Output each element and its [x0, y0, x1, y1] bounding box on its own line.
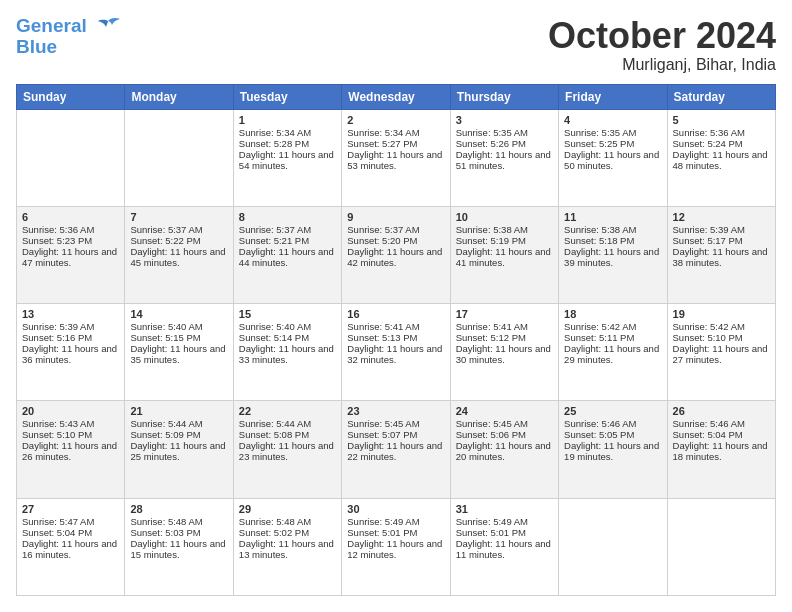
sunrise-text: Sunrise: 5:44 AM [130, 418, 202, 429]
table-row: 18 Sunrise: 5:42 AM Sunset: 5:11 PM Dayl… [559, 304, 667, 401]
sunrise-text: Sunrise: 5:36 AM [22, 224, 94, 235]
daylight-text: Daylight: 11 hours and 27 minutes. [673, 343, 768, 365]
table-row: 22 Sunrise: 5:44 AM Sunset: 5:08 PM Dayl… [233, 401, 341, 498]
sunrise-text: Sunrise: 5:35 AM [564, 127, 636, 138]
table-row: 27 Sunrise: 5:47 AM Sunset: 5:04 PM Dayl… [17, 498, 125, 595]
sunset-text: Sunset: 5:20 PM [347, 235, 417, 246]
table-row: 15 Sunrise: 5:40 AM Sunset: 5:14 PM Dayl… [233, 304, 341, 401]
table-row: 12 Sunrise: 5:39 AM Sunset: 5:17 PM Dayl… [667, 206, 775, 303]
sunset-text: Sunset: 5:25 PM [564, 138, 634, 149]
day-number: 6 [22, 211, 119, 223]
day-number: 1 [239, 114, 336, 126]
sunrise-text: Sunrise: 5:35 AM [456, 127, 528, 138]
table-row: 4 Sunrise: 5:35 AM Sunset: 5:25 PM Dayli… [559, 109, 667, 206]
sunrise-text: Sunrise: 5:49 AM [456, 516, 528, 527]
day-number: 14 [130, 308, 227, 320]
sunset-text: Sunset: 5:08 PM [239, 429, 309, 440]
day-number: 11 [564, 211, 661, 223]
table-row: 21 Sunrise: 5:44 AM Sunset: 5:09 PM Dayl… [125, 401, 233, 498]
sunset-text: Sunset: 5:10 PM [22, 429, 92, 440]
day-number: 3 [456, 114, 553, 126]
sunrise-text: Sunrise: 5:39 AM [22, 321, 94, 332]
day-number: 21 [130, 405, 227, 417]
daylight-text: Daylight: 11 hours and 48 minutes. [673, 149, 768, 171]
logo-blue: Blue [16, 37, 122, 58]
sunrise-text: Sunrise: 5:37 AM [239, 224, 311, 235]
sunrise-text: Sunrise: 5:41 AM [347, 321, 419, 332]
daylight-text: Daylight: 11 hours and 13 minutes. [239, 538, 334, 560]
sunrise-text: Sunrise: 5:47 AM [22, 516, 94, 527]
daylight-text: Daylight: 11 hours and 30 minutes. [456, 343, 551, 365]
sunset-text: Sunset: 5:19 PM [456, 235, 526, 246]
daylight-text: Daylight: 11 hours and 36 minutes. [22, 343, 117, 365]
daylight-text: Daylight: 11 hours and 47 minutes. [22, 246, 117, 268]
col-thursday: Thursday [450, 84, 558, 109]
daylight-text: Daylight: 11 hours and 35 minutes. [130, 343, 225, 365]
sunset-text: Sunset: 5:26 PM [456, 138, 526, 149]
day-number: 20 [22, 405, 119, 417]
table-row: 17 Sunrise: 5:41 AM Sunset: 5:12 PM Dayl… [450, 304, 558, 401]
daylight-text: Daylight: 11 hours and 41 minutes. [456, 246, 551, 268]
sunset-text: Sunset: 5:04 PM [22, 527, 92, 538]
logo-general: General [16, 15, 87, 36]
day-number: 12 [673, 211, 770, 223]
daylight-text: Daylight: 11 hours and 16 minutes. [22, 538, 117, 560]
table-row: 8 Sunrise: 5:37 AM Sunset: 5:21 PM Dayli… [233, 206, 341, 303]
sunset-text: Sunset: 5:11 PM [564, 332, 634, 343]
day-number: 17 [456, 308, 553, 320]
day-number: 23 [347, 405, 444, 417]
logo: General Blue [16, 16, 122, 58]
table-row: 9 Sunrise: 5:37 AM Sunset: 5:20 PM Dayli… [342, 206, 450, 303]
sunset-text: Sunset: 5:28 PM [239, 138, 309, 149]
daylight-text: Daylight: 11 hours and 32 minutes. [347, 343, 442, 365]
calendar-header-row: Sunday Monday Tuesday Wednesday Thursday… [17, 84, 776, 109]
table-row: 11 Sunrise: 5:38 AM Sunset: 5:18 PM Dayl… [559, 206, 667, 303]
sunset-text: Sunset: 5:01 PM [347, 527, 417, 538]
sunset-text: Sunset: 5:12 PM [456, 332, 526, 343]
day-number: 29 [239, 503, 336, 515]
table-row: 29 Sunrise: 5:48 AM Sunset: 5:02 PM Dayl… [233, 498, 341, 595]
sunrise-text: Sunrise: 5:48 AM [130, 516, 202, 527]
day-number: 2 [347, 114, 444, 126]
table-row: 20 Sunrise: 5:43 AM Sunset: 5:10 PM Dayl… [17, 401, 125, 498]
table-row: 30 Sunrise: 5:49 AM Sunset: 5:01 PM Dayl… [342, 498, 450, 595]
sunrise-text: Sunrise: 5:44 AM [239, 418, 311, 429]
sunset-text: Sunset: 5:23 PM [22, 235, 92, 246]
sunrise-text: Sunrise: 5:45 AM [347, 418, 419, 429]
sunset-text: Sunset: 5:15 PM [130, 332, 200, 343]
sunrise-text: Sunrise: 5:46 AM [673, 418, 745, 429]
table-row: 2 Sunrise: 5:34 AM Sunset: 5:27 PM Dayli… [342, 109, 450, 206]
sunrise-text: Sunrise: 5:34 AM [239, 127, 311, 138]
month-title: October 2024 [548, 16, 776, 56]
table-row: 5 Sunrise: 5:36 AM Sunset: 5:24 PM Dayli… [667, 109, 775, 206]
daylight-text: Daylight: 11 hours and 29 minutes. [564, 343, 659, 365]
calendar-week-row: 27 Sunrise: 5:47 AM Sunset: 5:04 PM Dayl… [17, 498, 776, 595]
sunset-text: Sunset: 5:05 PM [564, 429, 634, 440]
day-number: 9 [347, 211, 444, 223]
sunset-text: Sunset: 5:03 PM [130, 527, 200, 538]
day-number: 7 [130, 211, 227, 223]
daylight-text: Daylight: 11 hours and 45 minutes. [130, 246, 225, 268]
sunrise-text: Sunrise: 5:42 AM [564, 321, 636, 332]
col-tuesday: Tuesday [233, 84, 341, 109]
sunrise-text: Sunrise: 5:38 AM [456, 224, 528, 235]
daylight-text: Daylight: 11 hours and 15 minutes. [130, 538, 225, 560]
calendar-week-row: 13 Sunrise: 5:39 AM Sunset: 5:16 PM Dayl… [17, 304, 776, 401]
daylight-text: Daylight: 11 hours and 44 minutes. [239, 246, 334, 268]
sunrise-text: Sunrise: 5:43 AM [22, 418, 94, 429]
daylight-text: Daylight: 11 hours and 26 minutes. [22, 440, 117, 462]
table-row: 1 Sunrise: 5:34 AM Sunset: 5:28 PM Dayli… [233, 109, 341, 206]
table-row: 7 Sunrise: 5:37 AM Sunset: 5:22 PM Dayli… [125, 206, 233, 303]
sunrise-text: Sunrise: 5:34 AM [347, 127, 419, 138]
day-number: 15 [239, 308, 336, 320]
day-number: 4 [564, 114, 661, 126]
daylight-text: Daylight: 11 hours and 23 minutes. [239, 440, 334, 462]
page: General Blue October 2024 Murliganj, Bih… [0, 0, 792, 612]
table-row: 16 Sunrise: 5:41 AM Sunset: 5:13 PM Dayl… [342, 304, 450, 401]
sunrise-text: Sunrise: 5:46 AM [564, 418, 636, 429]
table-row: 25 Sunrise: 5:46 AM Sunset: 5:05 PM Dayl… [559, 401, 667, 498]
sunset-text: Sunset: 5:18 PM [564, 235, 634, 246]
day-number: 8 [239, 211, 336, 223]
col-wednesday: Wednesday [342, 84, 450, 109]
table-row [559, 498, 667, 595]
